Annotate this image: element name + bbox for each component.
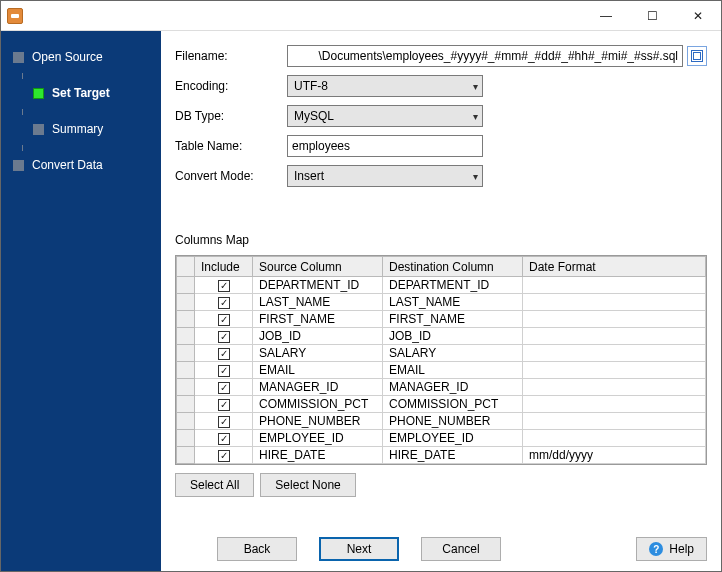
include-cell[interactable] <box>195 430 253 447</box>
table-row[interactable]: COMMISSION_PCTCOMMISSION_PCT <box>177 396 706 413</box>
table-row[interactable]: MANAGER_IDMANAGER_ID <box>177 379 706 396</box>
include-cell[interactable] <box>195 328 253 345</box>
row-handle[interactable] <box>177 379 195 396</box>
dateformat-cell[interactable] <box>523 396 706 413</box>
table-row[interactable]: EMPLOYEE_IDEMPLOYEE_ID <box>177 430 706 447</box>
destination-cell[interactable]: PHONE_NUMBER <box>383 413 523 430</box>
checkbox-icon[interactable] <box>218 450 230 462</box>
checkbox-icon[interactable] <box>218 348 230 360</box>
wizard-step-convert-data[interactable]: Convert Data <box>9 151 153 179</box>
destination-cell[interactable]: EMPLOYEE_ID <box>383 430 523 447</box>
destination-cell[interactable]: EMAIL <box>383 362 523 379</box>
checkbox-icon[interactable] <box>218 382 230 394</box>
close-button[interactable]: ✕ <box>675 1 721 30</box>
filename-input[interactable] <box>287 45 683 67</box>
destination-cell[interactable]: SALARY <box>383 345 523 362</box>
row-handle[interactable] <box>177 413 195 430</box>
wizard-step-set-target[interactable]: Set Target <box>9 79 153 107</box>
wizard-step-open-source[interactable]: Open Source <box>9 43 153 71</box>
source-cell[interactable]: COMMISSION_PCT <box>253 396 383 413</box>
include-cell[interactable] <box>195 396 253 413</box>
checkbox-icon[interactable] <box>218 365 230 377</box>
destination-cell[interactable]: HIRE_DATE <box>383 447 523 464</box>
row-handle[interactable] <box>177 294 195 311</box>
row-handle[interactable] <box>177 311 195 328</box>
source-cell[interactable]: PHONE_NUMBER <box>253 413 383 430</box>
minimize-button[interactable]: — <box>583 1 629 30</box>
select-all-button[interactable]: Select All <box>175 473 254 497</box>
dateformat-cell[interactable] <box>523 379 706 396</box>
table-row[interactable]: FIRST_NAMEFIRST_NAME <box>177 311 706 328</box>
header-source[interactable]: Source Column <box>253 257 383 277</box>
maximize-button[interactable]: ☐ <box>629 1 675 30</box>
row-handle[interactable] <box>177 362 195 379</box>
convertmode-select[interactable]: Insert▾ <box>287 165 483 187</box>
checkbox-icon[interactable] <box>218 399 230 411</box>
checkbox-icon[interactable] <box>218 297 230 309</box>
source-cell[interactable]: JOB_ID <box>253 328 383 345</box>
source-cell[interactable]: SALARY <box>253 345 383 362</box>
source-cell[interactable]: EMAIL <box>253 362 383 379</box>
checkbox-icon[interactable] <box>218 416 230 428</box>
dateformat-cell[interactable] <box>523 311 706 328</box>
include-cell[interactable] <box>195 345 253 362</box>
source-cell[interactable]: EMPLOYEE_ID <box>253 430 383 447</box>
checkbox-icon[interactable] <box>218 331 230 343</box>
header-dateformat[interactable]: Date Format <box>523 257 706 277</box>
destination-cell[interactable]: LAST_NAME <box>383 294 523 311</box>
header-include[interactable]: Include <box>195 257 253 277</box>
include-cell[interactable] <box>195 413 253 430</box>
source-cell[interactable]: HIRE_DATE <box>253 447 383 464</box>
table-row[interactable]: PHONE_NUMBERPHONE_NUMBER <box>177 413 706 430</box>
wizard-step-summary[interactable]: Summary <box>9 115 153 143</box>
dbtype-select[interactable]: MySQL▾ <box>287 105 483 127</box>
table-row[interactable]: DEPARTMENT_IDDEPARTMENT_ID <box>177 277 706 294</box>
dateformat-cell[interactable] <box>523 413 706 430</box>
destination-cell[interactable]: FIRST_NAME <box>383 311 523 328</box>
include-cell[interactable] <box>195 294 253 311</box>
checkbox-icon[interactable] <box>218 314 230 326</box>
dateformat-cell[interactable] <box>523 345 706 362</box>
header-destination[interactable]: Destination Column <box>383 257 523 277</box>
include-cell[interactable] <box>195 277 253 294</box>
row-handle[interactable] <box>177 396 195 413</box>
back-button[interactable]: Back <box>217 537 297 561</box>
destination-cell[interactable]: DEPARTMENT_ID <box>383 277 523 294</box>
table-row[interactable]: EMAILEMAIL <box>177 362 706 379</box>
row-handle[interactable] <box>177 447 195 464</box>
checkbox-icon[interactable] <box>218 433 230 445</box>
dateformat-cell[interactable] <box>523 362 706 379</box>
destination-cell[interactable]: MANAGER_ID <box>383 379 523 396</box>
include-cell[interactable] <box>195 447 253 464</box>
row-handle[interactable] <box>177 430 195 447</box>
row-handle[interactable] <box>177 345 195 362</box>
browse-file-icon[interactable] <box>687 46 707 66</box>
include-cell[interactable] <box>195 379 253 396</box>
row-handle[interactable] <box>177 277 195 294</box>
tablename-input[interactable] <box>287 135 483 157</box>
table-row[interactable]: SALARYSALARY <box>177 345 706 362</box>
source-cell[interactable]: DEPARTMENT_ID <box>253 277 383 294</box>
table-row[interactable]: JOB_IDJOB_ID <box>177 328 706 345</box>
select-none-button[interactable]: Select None <box>260 473 355 497</box>
dateformat-cell[interactable] <box>523 328 706 345</box>
dateformat-cell[interactable] <box>523 430 706 447</box>
table-row[interactable]: HIRE_DATEHIRE_DATEmm/dd/yyyy <box>177 447 706 464</box>
cancel-button[interactable]: Cancel <box>421 537 501 561</box>
destination-cell[interactable]: COMMISSION_PCT <box>383 396 523 413</box>
source-cell[interactable]: MANAGER_ID <box>253 379 383 396</box>
encoding-select[interactable]: UTF-8▾ <box>287 75 483 97</box>
row-handle[interactable] <box>177 328 195 345</box>
include-cell[interactable] <box>195 311 253 328</box>
dateformat-cell[interactable]: mm/dd/yyyy <box>523 447 706 464</box>
dateformat-cell[interactable] <box>523 277 706 294</box>
help-button[interactable]: ? Help <box>636 537 707 561</box>
destination-cell[interactable]: JOB_ID <box>383 328 523 345</box>
dateformat-cell[interactable] <box>523 294 706 311</box>
next-button[interactable]: Next <box>319 537 399 561</box>
table-row[interactable]: LAST_NAMELAST_NAME <box>177 294 706 311</box>
source-cell[interactable]: LAST_NAME <box>253 294 383 311</box>
include-cell[interactable] <box>195 362 253 379</box>
checkbox-icon[interactable] <box>218 280 230 292</box>
source-cell[interactable]: FIRST_NAME <box>253 311 383 328</box>
